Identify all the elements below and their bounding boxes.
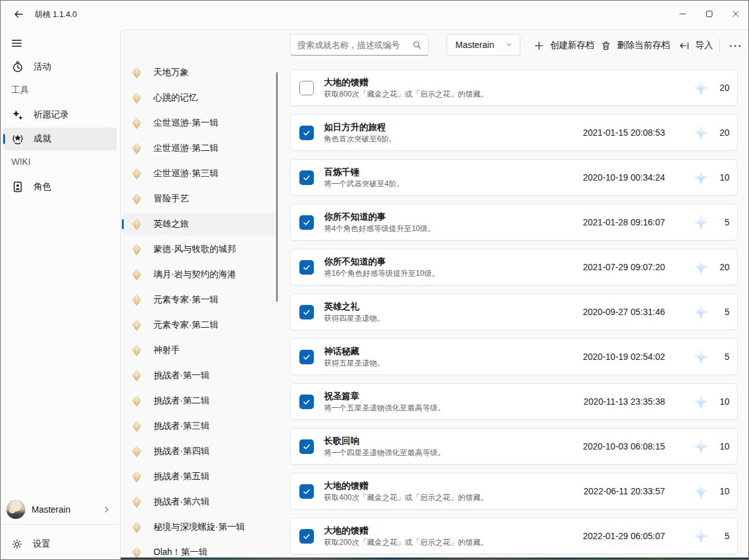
achievement-checkbox[interactable] (299, 215, 314, 230)
category-item[interactable]: 尘世巡游·第三辑 (122, 162, 275, 185)
category-label: 尘世巡游·第一辑 (153, 117, 219, 129)
titlebar: 胡桃 1.1.4.0 (0, 0, 749, 28)
maximize-button[interactable] (696, 0, 722, 28)
achievement-description: 获得四星圣遗物。 (324, 314, 583, 323)
sidebar-item-wish-records[interactable]: 祈愿记录 (3, 104, 117, 126)
category-item[interactable]: 天地万象 (122, 61, 275, 84)
category-item[interactable]: 挑战者·第三辑 (122, 415, 275, 438)
close-icon (732, 10, 740, 18)
achievement-card[interactable]: 长歌回响将一个四星圣遗物强化至最高等级。2020-10-03 06:08:151… (290, 428, 738, 465)
reward-count: 5 (713, 217, 729, 227)
completion-date: 2020-10-03 06:08:15 (583, 441, 665, 451)
achievement-card[interactable]: 神话秘藏获得五星圣遗物。2020-10-19 02:54:025 (290, 338, 738, 375)
completion-date: 2020-09-27 05:31:46 (583, 307, 665, 317)
check-icon (302, 352, 311, 362)
sidebar-item-characters[interactable]: 角色 (3, 176, 117, 198)
category-item[interactable]: 蒙德·风与牧歌的城邦 (122, 238, 275, 261)
delete-archive-button[interactable]: 删除当前存档 (596, 35, 675, 56)
reward-count: 10 (713, 396, 729, 407)
achievement-title: 大地的馈赠 (324, 525, 583, 536)
category-gem-icon (130, 243, 143, 256)
category-item[interactable]: 元素专家·第一辑 (122, 289, 275, 311)
category-label: 元素专家·第二辑 (153, 319, 219, 331)
achievement-checkbox[interactable] (299, 126, 314, 140)
more-button[interactable]: ··· (723, 35, 749, 56)
hamburger-icon (11, 37, 23, 49)
search-box (290, 34, 429, 56)
achievement-checkbox[interactable] (299, 484, 314, 499)
primogem-icon (693, 393, 709, 410)
category-scrollbar[interactable] (276, 72, 278, 302)
achievement-text: 英雄之礼获得四星圣遗物。 (324, 301, 583, 323)
achievement-card[interactable]: 如日方升的旅程角色首次突破至6阶。2021-01-15 20:08:5320 (290, 114, 738, 151)
close-button[interactable] (722, 0, 749, 28)
divider (0, 524, 120, 525)
category-item[interactable]: 英雄之旅 (122, 213, 275, 235)
search-icon[interactable] (412, 40, 422, 50)
achievement-checkbox[interactable] (299, 260, 314, 275)
primogem-icon (693, 259, 709, 275)
back-button[interactable] (8, 5, 29, 23)
achievement-checkbox[interactable] (299, 395, 314, 409)
achievement-card[interactable]: 你所不知道的事将16个角色好感等级提升至10级。2021-07-29 09:07… (290, 249, 738, 285)
primogem-icon (693, 528, 709, 544)
achievement-checkbox[interactable] (299, 305, 314, 319)
category-item[interactable]: 尘世巡游·第二辑 (122, 137, 275, 160)
sidebar-section-header: 工具 (11, 83, 120, 96)
category-item[interactable]: 尘世巡游·第一辑 (122, 112, 275, 134)
sidebar-item-achievements[interactable]: 成就 (3, 128, 117, 150)
check-icon (302, 128, 311, 138)
category-item[interactable]: 元素专家·第二辑 (122, 314, 275, 337)
achievement-card[interactable]: 祝圣篇章将一个五星圣遗物强化至最高等级。2020-11-13 23:35:381… (290, 383, 738, 420)
selection-indicator (122, 219, 124, 229)
archive-selector[interactable]: Masterain (446, 34, 520, 56)
achievement-checkbox[interactable] (299, 350, 314, 364)
category-item[interactable]: 挑战者·第一辑 (122, 364, 275, 387)
category-label: 璃月·岩与契约的海港 (153, 269, 236, 280)
category-item[interactable]: 挑战者·第五辑 (122, 465, 275, 488)
sidebar-item-settings[interactable]: 设置 (3, 533, 117, 556)
achievement-card[interactable]: 百炼千锤将一个武器突破至4阶。2020-10-19 00:34:2410 (290, 159, 738, 196)
archive-selector-value: Masterain (455, 40, 494, 50)
achievement-checkbox[interactable] (299, 170, 314, 185)
category-gem-icon (130, 344, 143, 357)
category-gem-icon (130, 470, 143, 484)
category-item[interactable]: 挑战者·第二辑 (122, 390, 275, 412)
category-item[interactable]: 心跳的记忆 (122, 86, 275, 109)
hamburger-menu-button[interactable] (5, 33, 28, 53)
achievement-description: 将一个五星圣遗物强化至最高等级。 (324, 403, 584, 413)
reward-count: 20 (713, 128, 729, 138)
achievement-card[interactable]: 你所不知道的事将4个角色好感等级提升至10级。2021-01-28 09:16:… (290, 204, 738, 241)
achievement-card[interactable]: 英雄之礼获得四星圣遗物。2020-09-27 05:31:465 (290, 294, 738, 330)
sidebar-item-activity[interactable]: 活动 (3, 56, 117, 78)
minimize-button[interactable] (669, 0, 696, 28)
primogem-icon (693, 169, 709, 186)
trash-icon (601, 40, 611, 51)
check-icon (302, 397, 311, 407)
achievement-card[interactable]: 大地的馈赠获取800次「藏金之花」或「启示之花」的馈藏。20 (290, 69, 738, 106)
primogem-icon (693, 304, 709, 320)
category-gem-icon (130, 395, 143, 408)
achievement-title: 百炼千锤 (324, 167, 583, 177)
category-item[interactable]: 神射手 (122, 339, 275, 362)
category-item[interactable]: 璃月·岩与契约的海港 (122, 263, 275, 286)
create-archive-button[interactable]: 创建新存档 (529, 35, 599, 56)
achievement-card[interactable]: 大地的馈赠获取400次「藏金之花」或「启示之花」的馈藏。2022-06-11 2… (290, 473, 738, 509)
completion-date: 2021-07-29 09:07:20 (583, 262, 665, 272)
achievement-checkbox[interactable] (299, 439, 314, 454)
import-button[interactable]: 导入 (674, 35, 718, 56)
category-item[interactable]: 挑战者·第六辑 (122, 491, 275, 513)
reward-count: 20 (713, 83, 729, 93)
sidebar-section-header: WIKI (11, 155, 120, 168)
primogem-icon (693, 124, 709, 141)
category-item[interactable]: 冒险手艺 (122, 188, 275, 210)
category-gem-icon (130, 369, 143, 383)
category-item[interactable]: 挑战者·第四辑 (122, 440, 275, 463)
category-gem-icon (130, 496, 143, 509)
achievement-card[interactable]: 大地的馈赠获取200次「藏金之花」或「启示之花」的馈藏。2022-01-29 0… (290, 518, 738, 554)
category-item[interactable]: 秘境与深境螺旋·第一辑 (122, 516, 275, 539)
achievement-checkbox[interactable] (299, 529, 314, 544)
achievement-checkbox[interactable] (299, 81, 314, 95)
search-input[interactable] (291, 40, 409, 50)
user-profile[interactable]: Masterain (0, 497, 120, 521)
